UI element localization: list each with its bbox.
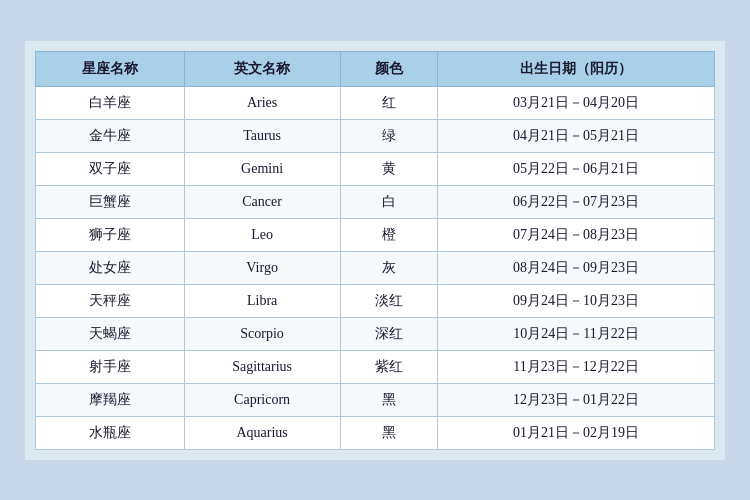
- cell-date: 09月24日－10月23日: [437, 284, 714, 317]
- cell-color: 橙: [340, 218, 437, 251]
- cell-color: 深红: [340, 317, 437, 350]
- cell-chinese: 射手座: [36, 350, 185, 383]
- table-row: 金牛座Taurus绿04月21日－05月21日: [36, 119, 715, 152]
- table-row: 巨蟹座Cancer白06月22日－07月23日: [36, 185, 715, 218]
- table-row: 狮子座Leo橙07月24日－08月23日: [36, 218, 715, 251]
- table-row: 天秤座Libra淡红09月24日－10月23日: [36, 284, 715, 317]
- cell-chinese: 狮子座: [36, 218, 185, 251]
- cell-english: Virgo: [184, 251, 340, 284]
- cell-date: 11月23日－12月22日: [437, 350, 714, 383]
- cell-chinese: 巨蟹座: [36, 185, 185, 218]
- cell-chinese: 水瓶座: [36, 416, 185, 449]
- table-row: 射手座Sagittarius紫红11月23日－12月22日: [36, 350, 715, 383]
- cell-english: Scorpio: [184, 317, 340, 350]
- cell-color: 灰: [340, 251, 437, 284]
- cell-color: 白: [340, 185, 437, 218]
- header-english-name: 英文名称: [184, 51, 340, 86]
- cell-date: 06月22日－07月23日: [437, 185, 714, 218]
- cell-english: Cancer: [184, 185, 340, 218]
- cell-date: 08月24日－09月23日: [437, 251, 714, 284]
- cell-english: Libra: [184, 284, 340, 317]
- cell-chinese: 双子座: [36, 152, 185, 185]
- cell-english: Capricorn: [184, 383, 340, 416]
- cell-color: 黑: [340, 416, 437, 449]
- header-color: 颜色: [340, 51, 437, 86]
- cell-color: 紫红: [340, 350, 437, 383]
- table-row: 天蝎座Scorpio深红10月24日－11月22日: [36, 317, 715, 350]
- cell-english: Taurus: [184, 119, 340, 152]
- cell-date: 03月21日－04月20日: [437, 86, 714, 119]
- cell-date: 10月24日－11月22日: [437, 317, 714, 350]
- table-header-row: 星座名称 英文名称 颜色 出生日期（阳历）: [36, 51, 715, 86]
- cell-date: 07月24日－08月23日: [437, 218, 714, 251]
- cell-english: Sagittarius: [184, 350, 340, 383]
- cell-chinese: 白羊座: [36, 86, 185, 119]
- cell-color: 淡红: [340, 284, 437, 317]
- cell-chinese: 摩羯座: [36, 383, 185, 416]
- cell-date: 01月21日－02月19日: [437, 416, 714, 449]
- table-row: 处女座Virgo灰08月24日－09月23日: [36, 251, 715, 284]
- cell-color: 绿: [340, 119, 437, 152]
- cell-english: Aries: [184, 86, 340, 119]
- cell-date: 05月22日－06月21日: [437, 152, 714, 185]
- cell-color: 黄: [340, 152, 437, 185]
- table-row: 水瓶座Aquarius黑01月21日－02月19日: [36, 416, 715, 449]
- cell-chinese: 天蝎座: [36, 317, 185, 350]
- header-date: 出生日期（阳历）: [437, 51, 714, 86]
- cell-chinese: 金牛座: [36, 119, 185, 152]
- cell-color: 黑: [340, 383, 437, 416]
- cell-english: Aquarius: [184, 416, 340, 449]
- cell-date: 04月21日－05月21日: [437, 119, 714, 152]
- cell-chinese: 处女座: [36, 251, 185, 284]
- cell-date: 12月23日－01月22日: [437, 383, 714, 416]
- zodiac-table: 星座名称 英文名称 颜色 出生日期（阳历） 白羊座Aries红03月21日－04…: [35, 51, 715, 450]
- table-row: 白羊座Aries红03月21日－04月20日: [36, 86, 715, 119]
- cell-english: Leo: [184, 218, 340, 251]
- table-row: 摩羯座Capricorn黑12月23日－01月22日: [36, 383, 715, 416]
- cell-english: Gemini: [184, 152, 340, 185]
- main-container: 星座名称 英文名称 颜色 出生日期（阳历） 白羊座Aries红03月21日－04…: [25, 41, 725, 460]
- header-chinese-name: 星座名称: [36, 51, 185, 86]
- cell-chinese: 天秤座: [36, 284, 185, 317]
- cell-color: 红: [340, 86, 437, 119]
- table-row: 双子座Gemini黄05月22日－06月21日: [36, 152, 715, 185]
